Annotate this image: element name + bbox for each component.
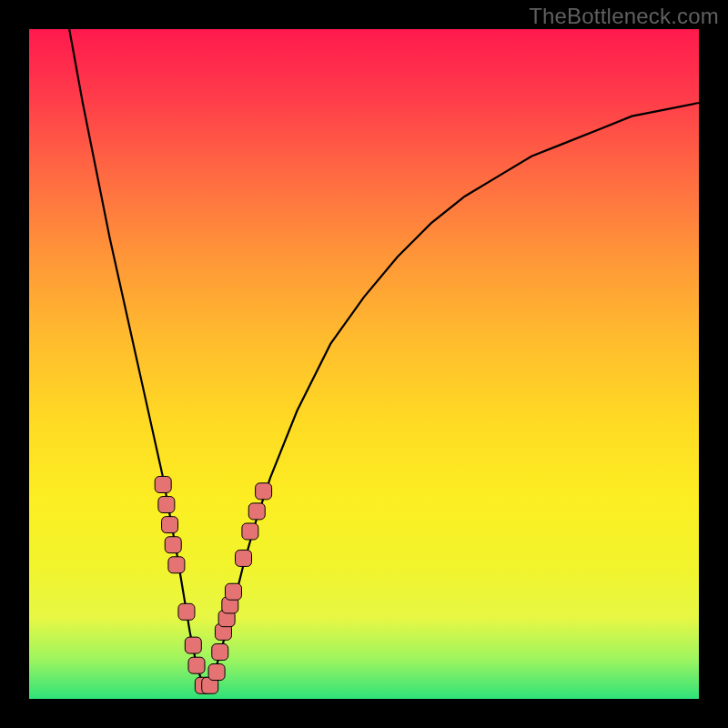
curve-marker xyxy=(185,637,201,653)
curve-marker xyxy=(165,537,181,553)
marker-group xyxy=(155,476,271,693)
bottleneck-curve-svg xyxy=(29,29,699,699)
curve-marker xyxy=(178,603,195,620)
curve-marker xyxy=(168,557,185,573)
curve-marker xyxy=(212,643,228,660)
plot-area xyxy=(29,29,699,699)
curve-marker xyxy=(162,517,178,533)
curve-marker xyxy=(155,476,171,492)
curve-marker xyxy=(242,523,258,540)
chart-frame: TheBottleneck.com xyxy=(0,0,728,728)
curve-marker xyxy=(236,550,252,566)
curve-marker xyxy=(256,483,272,500)
curve-marker xyxy=(158,497,175,513)
bottleneck-curve-path xyxy=(69,29,699,685)
watermark-text: TheBottleneck.com xyxy=(529,4,719,29)
curve-marker xyxy=(248,503,265,520)
curve-marker xyxy=(208,664,225,681)
curve-marker xyxy=(188,657,205,673)
curve-marker xyxy=(225,583,241,600)
